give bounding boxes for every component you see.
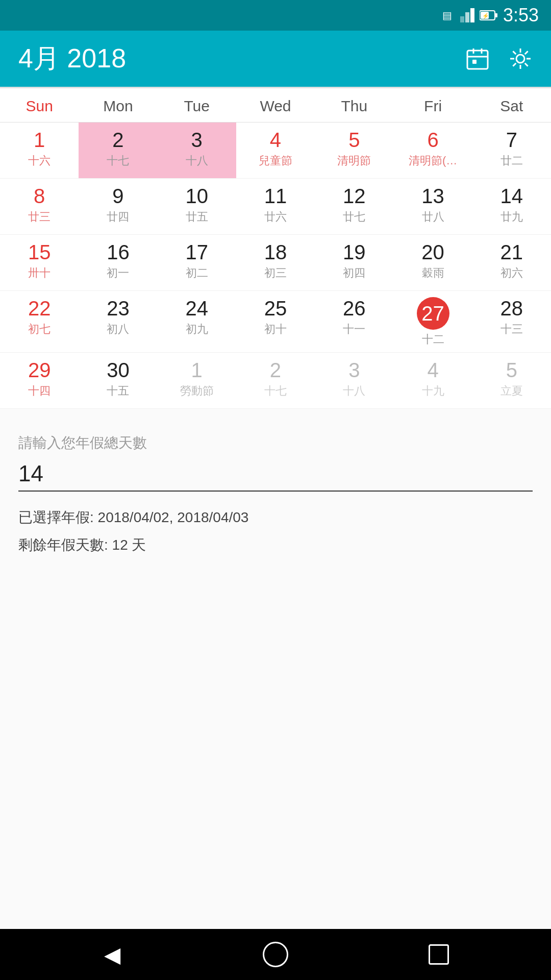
input-label: 請輸入您年假總天數 xyxy=(18,433,533,453)
day-cell-apr-23[interactable]: 23 初八 xyxy=(79,291,157,353)
day-cell-apr-8[interactable]: 8 廿三 xyxy=(0,179,79,235)
svg-line-20 xyxy=(513,63,516,66)
day-cell-apr-6[interactable]: 6 清明節(… xyxy=(393,122,472,179)
day-cell-apr-17[interactable]: 17 初二 xyxy=(158,235,236,291)
svg-marker-2 xyxy=(470,8,474,22)
day-cell-apr-19[interactable]: 19 初四 xyxy=(315,235,393,291)
status-bar: ▤ ⚡ 3:53 xyxy=(0,0,551,31)
svg-rect-7 xyxy=(467,51,488,69)
month-year-title: 4月 2018 xyxy=(18,41,126,77)
settings-icon xyxy=(508,46,533,71)
weekday-sat: Sat xyxy=(472,88,551,122)
weekday-fri: Fri xyxy=(393,88,472,122)
svg-line-18 xyxy=(525,63,528,66)
weekday-sun: Sun xyxy=(0,88,79,122)
day-cell-apr-14[interactable]: 14 廿九 xyxy=(472,179,551,235)
battery-icon: ⚡ xyxy=(480,10,498,21)
day-cell-apr-12[interactable]: 12 廿七 xyxy=(315,179,393,235)
svg-marker-0 xyxy=(460,16,464,22)
day-cell-apr-2[interactable]: 2 十七 xyxy=(79,122,157,179)
calendar-row-1: 1 十六 2 十七 3 十八 4 兒童節 5 清明節 6 清明節(… 7 廿二 xyxy=(0,122,551,179)
weekday-mon: Mon xyxy=(79,88,157,122)
day-cell-apr-18[interactable]: 18 初三 xyxy=(236,235,315,291)
remaining-days-info: 剩餘年假天數: 12 天 xyxy=(18,535,533,555)
svg-line-19 xyxy=(525,51,528,54)
weekday-header: Sun Mon Tue Wed Thu Fri Sat xyxy=(0,88,551,122)
day-cell-apr-29[interactable]: 29 十四 xyxy=(0,353,79,409)
day-cell-may-3[interactable]: 3 十八 xyxy=(315,353,393,409)
day-cell-apr-13[interactable]: 13 廿八 xyxy=(393,179,472,235)
day-cell-apr-26[interactable]: 26 十一 xyxy=(315,291,393,353)
selected-dates-info: 已選擇年假: 2018/04/02, 2018/04/03 xyxy=(18,508,533,527)
weekday-wed: Wed xyxy=(236,88,315,122)
navigation-bar: ◀ xyxy=(0,929,551,980)
day-cell-apr-24[interactable]: 24 初九 xyxy=(158,291,236,353)
calendar-icon xyxy=(465,46,490,71)
day-cell-apr-21[interactable]: 21 初六 xyxy=(472,235,551,291)
annual-leave-input[interactable] xyxy=(18,461,533,492)
day-cell-may-4[interactable]: 4 十九 xyxy=(393,353,472,409)
home-icon xyxy=(263,942,288,967)
calendar-row-4: 22 初七 23 初八 24 初九 25 初十 26 十一 27 十二 28 十… xyxy=(0,291,551,353)
header-icons xyxy=(465,46,533,71)
sd-card-icon: ▤ xyxy=(442,9,452,21)
settings-button[interactable] xyxy=(508,46,533,71)
day-cell-apr-3[interactable]: 3 十八 xyxy=(158,122,236,179)
svg-rect-4 xyxy=(495,13,497,17)
day-cell-apr-7[interactable]: 7 廿二 xyxy=(472,122,551,179)
weekday-tue: Tue xyxy=(158,88,236,122)
day-cell-apr-11[interactable]: 11 廿六 xyxy=(236,179,315,235)
day-cell-apr-25[interactable]: 25 初十 xyxy=(236,291,315,353)
bottom-section: 請輸入您年假總天數 已選擇年假: 2018/04/02, 2018/04/03 … xyxy=(0,409,551,929)
day-cell-may-2[interactable]: 2 十七 xyxy=(236,353,315,409)
day-cell-apr-22[interactable]: 22 初七 xyxy=(0,291,79,353)
weekday-thu: Thu xyxy=(315,88,393,122)
day-cell-apr-16[interactable]: 16 初一 xyxy=(79,235,157,291)
svg-rect-11 xyxy=(472,60,477,64)
back-icon: ◀ xyxy=(104,942,120,967)
day-cell-may-1[interactable]: 1 勞動節 xyxy=(158,353,236,409)
day-cell-apr-1[interactable]: 1 十六 xyxy=(0,122,79,179)
day-cell-apr-28[interactable]: 28 十三 xyxy=(472,291,551,353)
day-cell-apr-9[interactable]: 9 廿四 xyxy=(79,179,157,235)
svg-text:⚡: ⚡ xyxy=(482,12,489,19)
status-time: 3:53 xyxy=(503,5,539,26)
svg-line-17 xyxy=(513,51,516,54)
day-cell-apr-10[interactable]: 10 廿五 xyxy=(158,179,236,235)
app-header: 4月 2018 xyxy=(0,31,551,87)
home-button[interactable] xyxy=(258,937,293,972)
calendar-row-5: 29 十四 30 十五 1 勞動節 2 十七 3 十八 4 十九 5 立夏 xyxy=(0,353,551,409)
day-cell-apr-5[interactable]: 5 清明節 xyxy=(315,122,393,179)
svg-marker-1 xyxy=(465,12,469,22)
signal-icon xyxy=(460,8,474,22)
back-button[interactable]: ◀ xyxy=(94,937,130,972)
day-cell-apr-20[interactable]: 20 穀雨 xyxy=(393,235,472,291)
status-icons: ⚡ 3:53 xyxy=(460,5,539,26)
recents-button[interactable] xyxy=(421,937,457,972)
calendar-row-3: 15 卅十 16 初一 17 初二 18 初三 19 初四 20 穀雨 21 初… xyxy=(0,235,551,291)
day-cell-apr-27[interactable]: 27 十二 xyxy=(393,291,472,353)
day-cell-apr-4[interactable]: 4 兒童節 xyxy=(236,122,315,179)
day-cell-apr-30[interactable]: 30 十五 xyxy=(79,353,157,409)
day-cell-apr-15[interactable]: 15 卅十 xyxy=(0,235,79,291)
recents-icon xyxy=(429,944,449,965)
svg-point-12 xyxy=(516,55,524,63)
calendar-view-button[interactable] xyxy=(465,46,490,71)
calendar-row-2: 8 廿三 9 廿四 10 廿五 11 廿六 12 廿七 13 廿八 14 廿九 xyxy=(0,179,551,235)
day-cell-may-5[interactable]: 5 立夏 xyxy=(472,353,551,409)
